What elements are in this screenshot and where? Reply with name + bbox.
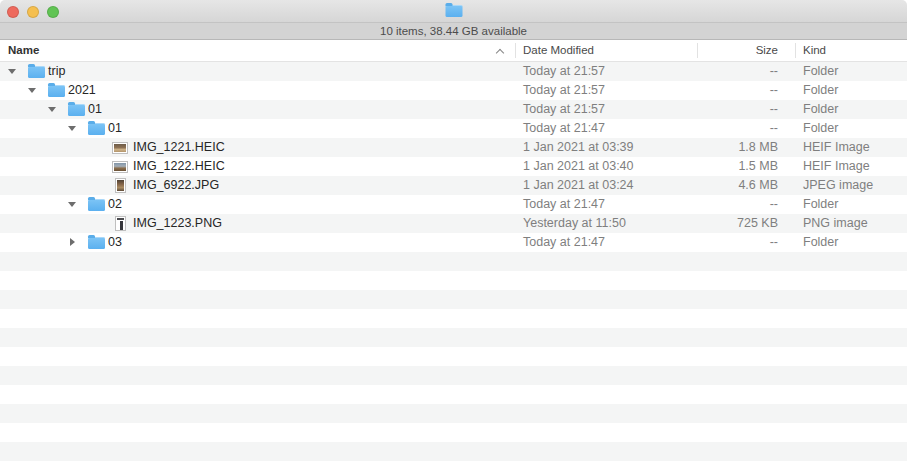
- title-bar[interactable]: [0, 0, 907, 23]
- table-row-img-6922[interactable]: IMG_6922.JPG 1 Jan 2021 at 03:24 4.6 MB …: [0, 176, 907, 195]
- file-name: IMG_1221.HEIC: [133, 138, 225, 157]
- photo-thumbnail-icon: [113, 143, 127, 153]
- file-name: trip: [48, 62, 65, 81]
- date-modified: Yesterday at 11:50: [523, 214, 626, 233]
- sort-ascending-icon: [496, 49, 504, 57]
- empty-row: [0, 404, 907, 423]
- folder-icon: [28, 66, 45, 78]
- file-kind: Folder: [803, 195, 838, 214]
- date-modified: Today at 21:47: [523, 195, 605, 214]
- file-size: --: [697, 62, 778, 81]
- column-header-kind[interactable]: Kind: [803, 40, 826, 62]
- file-kind: Folder: [803, 119, 838, 138]
- file-size: --: [697, 119, 778, 138]
- window-proxy-folder-icon[interactable]: [445, 5, 462, 17]
- file-kind: JPEG image: [803, 176, 873, 195]
- file-kind: Folder: [803, 100, 838, 119]
- table-row-03[interactable]: 03 Today at 21:47 -- Folder: [0, 233, 907, 252]
- disclosure-triangle-expanded-icon[interactable]: [8, 67, 17, 76]
- column-divider[interactable]: [795, 43, 796, 58]
- empty-row: [0, 309, 907, 328]
- empty-row: [0, 290, 907, 309]
- date-modified: 1 Jan 2021 at 03:39: [523, 138, 634, 157]
- file-name: 01: [108, 119, 122, 138]
- file-kind: HEIF Image: [803, 138, 870, 157]
- date-modified: Today at 21:57: [523, 81, 605, 100]
- empty-row: [0, 328, 907, 347]
- photo-thumbnail-icon: [116, 217, 125, 230]
- file-size: --: [697, 100, 778, 119]
- disclosure-triangle-expanded-icon[interactable]: [68, 124, 77, 133]
- column-header-name[interactable]: Name: [8, 40, 39, 62]
- file-name: IMG_6922.JPG: [133, 176, 219, 195]
- table-row-2021[interactable]: 2021 Today at 21:57 -- Folder: [0, 81, 907, 100]
- table-row-trip[interactable]: trip Today at 21:57 -- Folder: [0, 62, 907, 81]
- folder-icon: [88, 237, 105, 249]
- file-name: 2021: [68, 81, 96, 100]
- photo-thumbnail-icon: [113, 162, 127, 172]
- table-row-01[interactable]: 01 Today at 21:57 -- Folder: [0, 100, 907, 119]
- date-modified: Today at 21:47: [523, 119, 605, 138]
- file-size: 4.6 MB: [697, 176, 778, 195]
- disclosure-triangle-expanded-icon[interactable]: [68, 200, 77, 209]
- date-modified: Today at 21:47: [523, 233, 605, 252]
- empty-row: [0, 366, 907, 385]
- column-header-date-modified[interactable]: Date Modified: [523, 40, 594, 62]
- table-row-02[interactable]: 02 Today at 21:47 -- Folder: [0, 195, 907, 214]
- folder-icon: [88, 199, 105, 211]
- folder-icon: [48, 85, 65, 97]
- empty-row: [0, 385, 907, 404]
- file-kind: Folder: [803, 233, 838, 252]
- column-header-row: Name Date Modified Size Kind: [0, 40, 907, 62]
- folder-icon: [88, 123, 105, 135]
- column-divider[interactable]: [515, 43, 516, 58]
- file-name: 02: [108, 195, 122, 214]
- empty-row: [0, 347, 907, 366]
- file-list: trip Today at 21:57 -- Folder 2021 Today…: [0, 62, 907, 470]
- folder-icon: [445, 5, 462, 17]
- photo-thumbnail-icon: [116, 179, 125, 192]
- file-name: 03: [108, 233, 122, 252]
- zoom-button[interactable]: [47, 6, 59, 18]
- column-header-size[interactable]: Size: [697, 40, 778, 62]
- file-kind: Folder: [803, 62, 838, 81]
- file-name: 01: [88, 100, 102, 119]
- file-size: --: [697, 233, 778, 252]
- traffic-lights: [7, 6, 59, 18]
- table-row-img-1221[interactable]: IMG_1221.HEIC 1 Jan 2021 at 03:39 1.8 MB…: [0, 138, 907, 157]
- empty-row: [0, 461, 907, 470]
- disclosure-triangle-collapsed-icon[interactable]: [68, 238, 77, 247]
- file-size: 1.8 MB: [697, 138, 778, 157]
- disclosure-triangle-expanded-icon[interactable]: [28, 86, 37, 95]
- date-modified: 1 Jan 2021 at 03:24: [523, 176, 634, 195]
- file-kind: PNG image: [803, 214, 868, 233]
- table-row-img-1222[interactable]: IMG_1222.HEIC 1 Jan 2021 at 03:40 1.5 MB…: [0, 157, 907, 176]
- file-kind: Folder: [803, 81, 838, 100]
- empty-row: [0, 423, 907, 442]
- folder-icon: [68, 104, 85, 116]
- date-modified: Today at 21:57: [523, 62, 605, 81]
- table-row-img-1223[interactable]: IMG_1223.PNG Yesterday at 11:50 725 KB P…: [0, 214, 907, 233]
- disclosure-triangle-expanded-icon[interactable]: [48, 105, 57, 114]
- empty-row: [0, 252, 907, 271]
- empty-row: [0, 271, 907, 290]
- status-text: 10 items, 38.44 GB available: [380, 25, 527, 37]
- date-modified: Today at 21:57: [523, 100, 605, 119]
- status-bar: 10 items, 38.44 GB available: [0, 23, 907, 40]
- file-kind: HEIF Image: [803, 157, 870, 176]
- empty-row: [0, 442, 907, 461]
- file-size: --: [697, 81, 778, 100]
- close-button[interactable]: [7, 6, 19, 18]
- table-row-01-01[interactable]: 01 Today at 21:47 -- Folder: [0, 119, 907, 138]
- file-size: --: [697, 195, 778, 214]
- date-modified: 1 Jan 2021 at 03:40: [523, 157, 634, 176]
- finder-window: 10 items, 38.44 GB available Name Date M…: [0, 0, 907, 470]
- file-name: IMG_1222.HEIC: [133, 157, 225, 176]
- file-size: 1.5 MB: [697, 157, 778, 176]
- minimize-button[interactable]: [27, 6, 39, 18]
- file-name: IMG_1223.PNG: [133, 214, 222, 233]
- file-size: 725 KB: [697, 214, 778, 233]
